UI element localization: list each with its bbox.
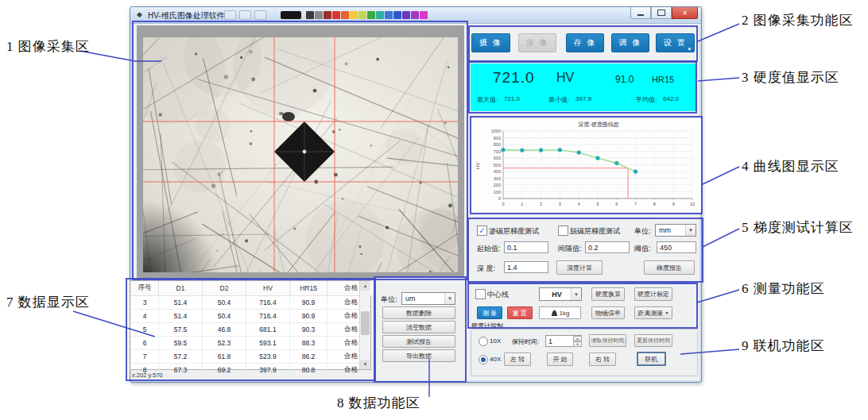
column-header: 序号 xyxy=(131,281,159,296)
hardness-secondary-unit: HR15 xyxy=(652,75,674,84)
table-cell: 61.8 xyxy=(203,350,246,364)
color-icon xyxy=(376,11,384,19)
clear-data-button[interactable]: 清空数据 xyxy=(382,321,455,333)
start-button[interactable]: 开 始 xyxy=(547,353,573,366)
scale-select[interactable]: HV ▼ xyxy=(539,287,582,301)
hold-time-spinner[interactable]: ▲▼ xyxy=(573,336,582,347)
update-hold-time-button[interactable]: 更新保持时间 xyxy=(634,334,672,347)
turn-right-button[interactable]: 右 转 xyxy=(589,353,616,366)
svg-text:500: 500 xyxy=(494,163,501,168)
hold-time-label: 保持时间: xyxy=(512,337,539,346)
close-button[interactable]: ✕ xyxy=(672,7,698,19)
adjust-image-button[interactable]: 调 像 xyxy=(611,33,649,52)
table-cell: 6 xyxy=(131,337,159,350)
table-row[interactable]: 557.546.8681.190.3合格 xyxy=(131,323,375,337)
gradient-report-button[interactable]: 梯度报告 xyxy=(644,260,695,275)
radio-40x-label: 40X xyxy=(490,356,501,363)
scroll-thumb[interactable] xyxy=(361,311,370,335)
svg-text:700: 700 xyxy=(494,149,501,154)
color-icon xyxy=(420,11,428,19)
settings-label: 设 置 xyxy=(664,37,687,48)
export-data-button[interactable]: 导出数据 xyxy=(382,349,455,362)
table-cell: 3 xyxy=(131,296,159,310)
spin-down-icon[interactable]: ▼ xyxy=(573,341,582,347)
svg-text:600: 600 xyxy=(494,156,501,160)
data-unit-value: um xyxy=(402,295,444,302)
spin-up-icon[interactable]: ▲ xyxy=(573,336,582,341)
load-label: 1kg xyxy=(560,310,570,317)
color-icon xyxy=(324,11,331,19)
maximize-icon xyxy=(657,10,665,16)
table-cell: 593.1 xyxy=(246,337,290,350)
minimize-button[interactable] xyxy=(630,7,651,19)
table-cell: 523.9 xyxy=(246,350,290,364)
column-header: HR15 xyxy=(290,281,327,296)
micrograph-view[interactable] xyxy=(143,37,458,272)
color-icon xyxy=(411,11,419,19)
svg-text:300: 300 xyxy=(494,176,501,181)
delete-data-button[interactable]: 数据删除 xyxy=(382,306,455,319)
hardness-secondary-value: 91.0 xyxy=(615,74,634,85)
start-value-field[interactable] xyxy=(504,241,548,253)
table-row[interactable]: 451.450.4716.490.9合格 xyxy=(131,310,375,323)
distance-measure-button[interactable]: 距离测量▼ xyxy=(634,306,672,319)
capture-button[interactable]: 摄 像 xyxy=(471,33,510,52)
maximize-button[interactable] xyxy=(651,7,672,19)
turn-left-button[interactable]: 左 转 xyxy=(504,353,531,366)
online-button[interactable]: 联机 xyxy=(637,352,666,366)
depth-calc-button[interactable]: 深度计算 xyxy=(556,260,603,275)
objective-button[interactable]: 物镜倍率 xyxy=(591,306,625,319)
min-value: 397.9 xyxy=(575,95,591,102)
table-row[interactable]: 351.450.4716.490.9合格 xyxy=(131,296,375,310)
table-cell: 90.3 xyxy=(290,323,327,337)
svg-text:8: 8 xyxy=(653,202,656,206)
table-scrollbar[interactable]: ▲ ▼ xyxy=(359,281,370,369)
carburized-label: 渗碳层梯度测试 xyxy=(489,226,539,237)
data-unit-label: 单位: xyxy=(381,295,397,305)
app-icon: ◆ xyxy=(137,10,142,18)
gradient-unit-select[interactable]: mm ▼ xyxy=(655,224,696,237)
load-button[interactable]: 1kg xyxy=(539,306,581,319)
color-icon xyxy=(350,11,358,19)
table-cell: 80.8 xyxy=(290,364,327,377)
hardness-convert-button[interactable]: 硬度换算 xyxy=(591,287,625,301)
carburized-checkbox[interactable] xyxy=(477,225,487,236)
svg-text:4: 4 xyxy=(578,202,580,206)
freeze-button[interactable]: 冻 像 xyxy=(518,33,556,52)
color-icon xyxy=(402,11,410,19)
weight-icon xyxy=(551,310,558,317)
chevron-down-icon: ▼ xyxy=(685,225,696,236)
color-icon xyxy=(332,11,340,19)
scroll-up-icon[interactable]: ▲ xyxy=(360,281,370,291)
ghost-icon xyxy=(239,10,251,20)
start-label: 起始值: xyxy=(477,244,501,254)
table-cell: 52.3 xyxy=(203,337,246,350)
table-cell: 90.9 xyxy=(290,296,327,310)
interval-value-field[interactable] xyxy=(585,241,630,253)
decarburized-checkbox[interactable] xyxy=(558,225,568,236)
threshold-value-field[interactable] xyxy=(657,241,696,253)
svg-text:3: 3 xyxy=(559,202,561,206)
test-report-button[interactable]: 测试报告 xyxy=(382,335,455,348)
reset-button[interactable]: 重 置 xyxy=(507,306,533,319)
scroll-down-icon[interactable]: ▼ xyxy=(360,360,370,369)
title-bar: ◆ HV-维氏图像处理软件 ✕ xyxy=(130,7,701,24)
settings-button[interactable]: 设 置▾ xyxy=(656,33,695,52)
depth-value-field[interactable] xyxy=(504,261,548,273)
measure-button[interactable]: 测 量 xyxy=(477,306,502,319)
svg-text:400: 400 xyxy=(494,169,501,174)
radio-40x[interactable] xyxy=(479,355,488,364)
hardness-main-value: 721.0 xyxy=(493,69,535,87)
table-row[interactable]: 757.261.8523.986.2合格 xyxy=(131,350,375,364)
centerline-label: 中心线 xyxy=(487,290,509,300)
table-row[interactable]: 867.369.2397.980.8合格 xyxy=(131,364,375,377)
save-image-button[interactable]: 存 像 xyxy=(566,33,604,52)
calibrate-button[interactable]: 硬度计标定 xyxy=(634,287,672,301)
centerline-checkbox[interactable] xyxy=(475,289,486,299)
table-row[interactable]: 659.552.3593.188.3合格 xyxy=(131,337,375,350)
read-hold-time-button[interactable]: 读取保持时间 xyxy=(589,334,626,347)
data-table: 序号D1D2HVHR15合格 351.450.4716.490.9合格451.4… xyxy=(130,281,375,377)
data-unit-select[interactable]: um ▼ xyxy=(401,292,455,305)
table-cell: 681.1 xyxy=(246,323,290,337)
radio-10x[interactable] xyxy=(479,337,488,346)
